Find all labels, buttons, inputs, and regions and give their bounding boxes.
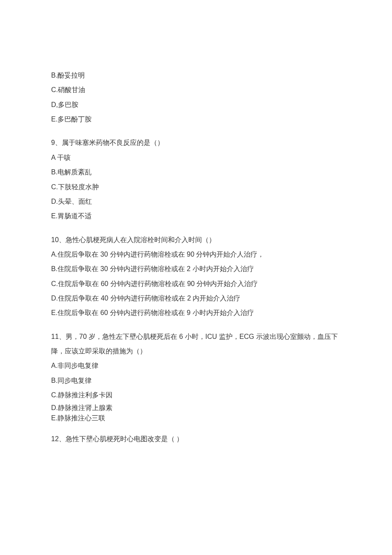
q10-option-a: A.住院后争取在 30 分钟内进行药物溶栓或在 90 分钟内开始介人治疗， xyxy=(51,247,341,262)
q8-option-c: C.硝酸甘油 xyxy=(51,83,341,97)
q10-option-d: D.住院后争取在 40 分钟内进行药物溶栓或在 2 内开始介入治疗 xyxy=(51,291,341,306)
q11-option-c: C.静脉推注利多卡因 xyxy=(51,388,341,402)
q9-option-b: B.电解质紊乱 xyxy=(51,165,341,179)
q11-stem: 11、男，70 岁，急性左下壁心肌梗死后在 6 小时，ICU 监护，ECG 示波… xyxy=(51,330,341,359)
q11-option-a: A.非同步电复律 xyxy=(51,358,341,373)
q10-option-e: E.住院后争取在 60 分钟内进行药物溶栓或在 9 小时内开始介入治疗 xyxy=(51,306,341,320)
q8-option-b: B.酚妥拉明 xyxy=(51,68,341,83)
q8-option-d: D,多巴胺 xyxy=(51,98,341,112)
q10-stem: 10、急性心肌梗死病人在入院溶栓时间和介入时间（） xyxy=(51,233,341,247)
q9-stem: 9、属于味塞米药物不良反应的是（） xyxy=(51,136,341,150)
q11-option-d: D.静脉推注肾上腺素 xyxy=(51,403,341,413)
q9-option-e: E.胃肠道不适 xyxy=(51,209,341,223)
q8-option-e: E.多巴酚丁胺 xyxy=(51,112,341,127)
q11-option-b: B.同步电复律 xyxy=(51,373,341,388)
q10-option-c: C.住院后争取在 60 分钟内进行药物溶栓或在 90 分钟内开始介入治疗 xyxy=(51,277,341,291)
q11-option-e: E.静脉推注心三联 xyxy=(51,413,341,423)
q9-option-a: A 干咳 xyxy=(51,150,341,165)
q9-option-c: C.下肢轻度水肿 xyxy=(51,180,341,194)
q9-option-d: D.头晕、面红 xyxy=(51,194,341,209)
q10-option-b: B.住院后争取在 30 分钟内进行药物溶栓或在 2 小时内开始介入治疗 xyxy=(51,262,341,276)
q12-stem: 12、急性下壁心肌梗死时心电图改变是（ ） xyxy=(51,432,341,446)
